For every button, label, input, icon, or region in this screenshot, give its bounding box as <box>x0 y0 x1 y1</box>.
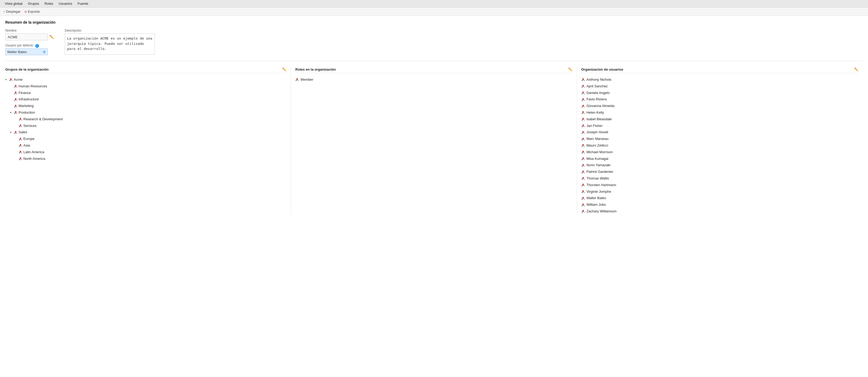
tree-node-north-america[interactable]: ▾ North America <box>15 155 286 162</box>
svg-point-14 <box>20 124 21 126</box>
person-icon-north-america <box>19 157 22 161</box>
menu-item-usuarios[interactable]: Usuarios <box>56 1 75 7</box>
role-item-member: Member <box>295 77 572 83</box>
grupos-edit-icon[interactable]: ✏️ <box>282 67 286 71</box>
user-list-item[interactable]: Mauro Zetticci <box>581 142 859 149</box>
descripcion-label: Descripción <box>65 29 155 32</box>
tree-node-services[interactable]: ▾ Services <box>15 123 286 129</box>
person-icon-user <box>581 78 585 82</box>
desplegar-button[interactable]: ↑ Desplegar <box>3 9 21 13</box>
person-icon-latin-america <box>19 150 22 154</box>
user-list-item[interactable]: Misa Kumagai <box>581 155 859 162</box>
usuarios-edit-icon[interactable]: ✏️ <box>854 67 859 71</box>
tree-label-production: Production <box>19 110 35 115</box>
select-arrow-icon: ⊕ <box>43 50 46 54</box>
person-icon-user <box>581 137 585 141</box>
user-list-item[interactable]: Favio Riviera <box>581 96 859 103</box>
grupos-column-header: Grupos de la organización ✏️ <box>5 67 286 73</box>
user-list-item[interactable]: Zachary Williamson <box>581 208 859 215</box>
usuario-defecto-label: Usuario por defecto <box>5 44 33 47</box>
user-list-item[interactable]: Thorsten Hartmann <box>581 182 859 188</box>
roles-edit-icon[interactable]: ✏️ <box>568 67 572 71</box>
svg-point-50 <box>582 151 584 152</box>
tree-node-finance[interactable]: ▾ Finance <box>10 90 286 96</box>
usuario-info-icon[interactable]: i <box>35 44 39 48</box>
nombre-input-row: ✏️ <box>5 33 58 40</box>
tree-node-infrastructure[interactable]: ▾ Infrastructure <box>10 96 286 103</box>
nombre-edit-icon[interactable]: ✏️ <box>49 35 54 39</box>
tree-node-marketing[interactable]: ▾ Marketing <box>10 103 286 109</box>
user-list-item[interactable]: Norio Yamazaki <box>581 162 859 169</box>
svg-point-46 <box>582 138 584 139</box>
roles-column-title: Roles en la organización <box>295 67 336 71</box>
user-list-item[interactable]: Giovanna Almeida <box>581 103 859 109</box>
svg-point-60 <box>582 184 584 185</box>
menu-item-vista-global[interactable]: Vista global <box>2 1 25 7</box>
form-section: Nombre ✏️ Usuario por defecto i Walter B… <box>5 29 863 61</box>
person-icon-finance <box>14 91 18 95</box>
person-icon-user <box>581 190 585 194</box>
user-list-item[interactable]: Walter Bates <box>581 195 859 202</box>
user-list-item[interactable]: Thomas Wallis <box>581 175 859 182</box>
user-name-label: Joseph Hovell <box>587 129 608 135</box>
svg-point-4 <box>15 92 16 93</box>
person-icon-user <box>581 209 585 213</box>
svg-point-15 <box>19 126 21 127</box>
user-name-label: Zachary Williamson <box>587 209 617 214</box>
user-list-item[interactable]: Joseph Hovell <box>581 129 859 136</box>
person-icon-europe <box>19 137 22 141</box>
person-icon-hr <box>14 84 18 88</box>
user-list-item[interactable]: Daniela Angelo <box>581 90 859 96</box>
tree-node-research-development[interactable]: ▾ Research & Development <box>15 116 286 123</box>
menu-item-fuente[interactable]: Fuente <box>75 1 91 7</box>
usuario-defecto-label-row: Usuario por defecto i <box>5 44 58 48</box>
chevron-sales: ▾ <box>10 130 13 135</box>
user-list-item[interactable]: Marc Marseau <box>581 136 859 142</box>
grupos-column: Grupos de la organización ✏️ ▾ Acme <box>5 67 291 215</box>
user-list-item[interactable]: Virginie Jomphe <box>581 188 859 195</box>
tree-node-asia[interactable]: ▾ Asia <box>15 142 286 149</box>
tree-node-europe[interactable]: ▾ Europe <box>15 136 286 142</box>
svg-point-52 <box>582 157 584 159</box>
menu-item-roles[interactable]: Roles <box>42 1 56 7</box>
user-list-item[interactable]: April Sanchez <box>581 83 859 90</box>
svg-point-10 <box>15 111 16 113</box>
tree-node-acme[interactable]: ▾ Acme <box>5 77 286 83</box>
svg-point-28 <box>582 78 584 80</box>
svg-point-30 <box>582 85 584 86</box>
svg-point-66 <box>582 203 584 205</box>
tree-label-acme: Acme <box>14 77 23 83</box>
form-left: Nombre ✏️ Usuario por defecto i Walter B… <box>5 29 58 56</box>
svg-point-16 <box>15 131 16 133</box>
user-list-item[interactable]: Patrick Gardenier <box>581 169 859 175</box>
descripcion-textarea[interactable]: La organización ACME es un ejemplo de un… <box>65 33 155 55</box>
user-list-item[interactable]: Helen Kelly <box>581 109 859 116</box>
user-list-item[interactable]: Jan Fisher <box>581 123 859 129</box>
user-list-item[interactable]: Anthony Nichols <box>581 77 859 83</box>
tree-label-europe: Europe <box>23 136 34 142</box>
tree-node-latin-america[interactable]: ▾ Latin America <box>15 149 286 155</box>
user-list-item[interactable]: Isabel Bleasdale <box>581 116 859 123</box>
page-title: Resumen de la organización <box>5 20 863 24</box>
user-list-item[interactable]: Michael Morrison <box>581 149 859 155</box>
svg-point-65 <box>582 199 583 200</box>
svg-point-53 <box>582 159 583 160</box>
svg-point-44 <box>582 131 584 133</box>
tree-node-human-resources[interactable]: ▾ Human Resources <box>10 83 286 90</box>
person-icon-acme <box>9 78 13 82</box>
tree-node-production[interactable]: ▾ Production <box>10 109 286 116</box>
person-icon-user <box>581 183 585 187</box>
usuario-defecto-select[interactable]: Walter Bates ⊕ <box>5 48 48 55</box>
svg-point-36 <box>582 105 584 106</box>
svg-point-26 <box>297 78 298 80</box>
svg-point-6 <box>15 98 16 99</box>
svg-point-47 <box>582 139 583 140</box>
menu-item-grupos[interactable]: Grupos <box>25 1 42 7</box>
svg-point-38 <box>582 111 584 113</box>
exportar-button[interactable]: ⎋ Exportar <box>25 9 40 13</box>
person-icon-user <box>581 203 585 207</box>
tree-node-sales[interactable]: ▾ Sales <box>10 129 286 136</box>
person-icon-user <box>581 197 585 200</box>
nombre-input[interactable] <box>5 33 48 40</box>
user-list-item[interactable]: William Jobs <box>581 202 859 208</box>
